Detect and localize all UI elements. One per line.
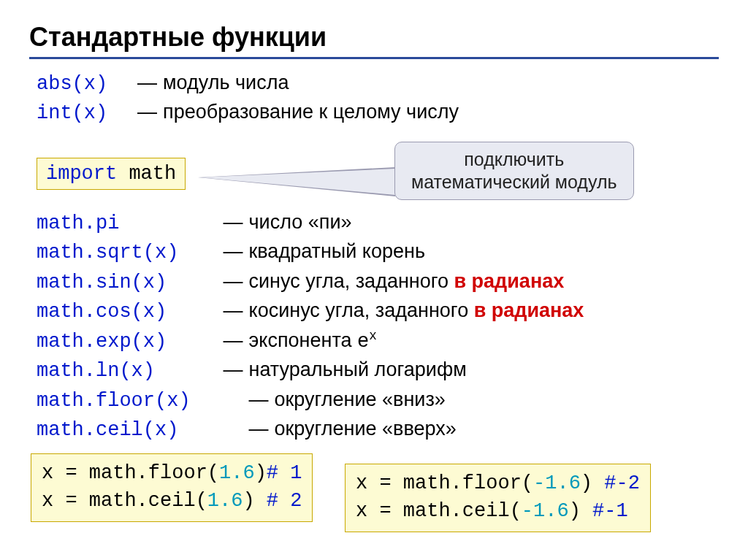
math-func-row: math.exp(x)— экспонента ex (37, 327, 719, 355)
callout-line: математический модуль (411, 171, 617, 193)
dash-icon: — (223, 327, 243, 353)
math-func-list: math.pi— число «пи»math.sqrt(x)— квадрат… (29, 209, 719, 444)
math-func-row: math.cos(x)— косинус угла, заданного в р… (37, 297, 719, 325)
dash-icon: — (248, 415, 269, 442)
number-literal: 1.6 (219, 462, 255, 484)
func-code: int(x) (37, 100, 131, 126)
func-desc-emphasis: в радианах (474, 299, 584, 321)
code-text: x = math.floor( (356, 472, 533, 494)
func-desc: число «пи» (249, 211, 352, 233)
func-desc: модуль числа (163, 72, 289, 93)
dash-icon: — (223, 268, 243, 294)
code-comment: #-1 (592, 500, 628, 522)
func-code: abs(x) (37, 71, 131, 97)
code-text: ) (569, 500, 592, 522)
dash-icon: — (248, 386, 269, 413)
math-func-row: math.floor(x)— округление «вниз» (37, 386, 719, 414)
func-desc-emphasis: в радианах (454, 270, 565, 292)
func-desc: округление «вниз» (275, 388, 446, 410)
func-desc: преобразование к целому числу (163, 101, 459, 123)
title-underline (29, 57, 719, 59)
func-code: math.pi (37, 210, 223, 237)
func-code: math.floor(x) (37, 388, 248, 414)
import-statement: import math (37, 158, 186, 190)
example-line: x = math.ceil(-1.6) #-1 (356, 498, 640, 526)
number-literal: -1.6 (533, 472, 581, 494)
math-func-row: math.ln(x)— натуральный логарифм (37, 356, 719, 384)
dash-icon: — (137, 99, 158, 125)
code-text: x = math.ceil( (356, 500, 522, 522)
code-comment: #-2 (604, 472, 640, 494)
example-box-negative: x = math.floor(-1.6) #-2 x = math.ceil(-… (345, 464, 651, 532)
builtin-row: abs(x) — модуль числа (37, 69, 719, 97)
func-code: math.sin(x) (37, 269, 223, 296)
code-text: x = math.ceil( (42, 490, 207, 512)
func-desc: экспонента (249, 329, 357, 351)
number-literal: -1.6 (522, 500, 569, 522)
exp-expression: ex (357, 331, 377, 353)
example-line: x = math.floor(-1.6) #-2 (356, 470, 640, 498)
import-module: math (129, 163, 176, 185)
math-func-row: math.pi— число «пи» (37, 209, 719, 237)
dash-icon: — (137, 69, 158, 96)
func-code: math.ceil(x) (37, 417, 248, 443)
code-text: ) (243, 490, 266, 512)
func-desc: синус угла, заданного (249, 270, 454, 292)
examples-group: x = math.floor(1.6)# 1 x = math.ceil(1.6… (23, 453, 719, 534)
example-box-positive: x = math.floor(1.6)# 1 x = math.ceil(1.6… (31, 453, 313, 522)
builtin-row: int(x) — преобразование к целому числу (37, 99, 719, 126)
example-line: x = math.ceil(1.6) # 2 (42, 488, 302, 515)
callout-line: подключить (411, 148, 617, 171)
dash-icon: — (223, 238, 243, 264)
func-desc: натуральный логарифм (249, 358, 467, 380)
code-comment: # 2 (267, 490, 302, 512)
code-text: x = math.floor( (42, 462, 219, 484)
code-text: ) (581, 472, 604, 494)
code-text: ) (255, 462, 267, 484)
import-callout-group: import math подключить математический мо… (29, 142, 719, 200)
math-func-row: math.sqrt(x)— квадратный корень (37, 238, 719, 266)
page-title: Стандартные функции (29, 22, 719, 53)
math-func-row: math.sin(x)— синус угла, заданного в рад… (37, 268, 719, 296)
func-desc: округление «вверх» (275, 418, 457, 440)
builtin-list: abs(x) — модуль числа int(x) — преобразо… (29, 69, 719, 127)
dash-icon: — (223, 209, 243, 235)
func-desc: квадратный корень (249, 240, 425, 262)
example-line: x = math.floor(1.6)# 1 (42, 460, 302, 488)
math-func-row: math.ceil(x)— округление «вверх» (37, 415, 719, 443)
func-code: math.exp(x) (37, 329, 223, 355)
func-code: math.sqrt(x) (37, 239, 223, 266)
dash-icon: — (223, 297, 243, 323)
dash-icon: — (223, 356, 243, 383)
func-desc: косинус угла, заданного (249, 299, 474, 321)
callout-box: подключить математический модуль (394, 142, 634, 201)
number-literal: 1.6 (207, 490, 243, 512)
import-keyword: import (46, 163, 117, 185)
func-code: math.ln(x) (37, 358, 223, 384)
code-comment: # 1 (267, 462, 302, 484)
func-code: math.cos(x) (37, 299, 223, 325)
